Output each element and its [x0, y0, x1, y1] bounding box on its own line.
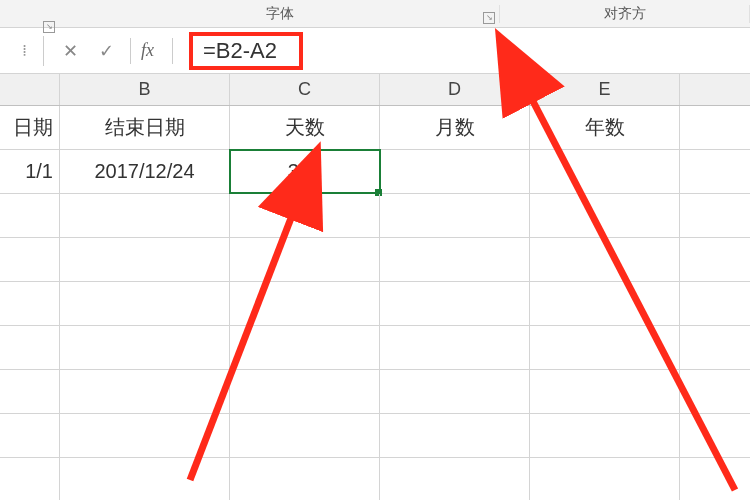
column-headers-row: B C D E — [0, 74, 750, 106]
cell[interactable] — [530, 326, 680, 369]
cell-a1[interactable]: 日期 — [0, 106, 60, 149]
cell[interactable] — [380, 326, 530, 369]
cell[interactable] — [60, 238, 230, 281]
cell[interactable] — [0, 458, 60, 500]
cell[interactable] — [0, 194, 60, 237]
column-header-d[interactable]: D — [380, 74, 530, 105]
dialog-launcher-icon[interactable]: ↘ — [43, 21, 55, 33]
cell[interactable] — [230, 414, 380, 457]
dialog-launcher-icon[interactable]: ↘ — [483, 12, 495, 24]
formula-bar: ⁞ ✕ ✓ fx =B2-A2 — [0, 28, 750, 74]
table-row — [0, 414, 750, 458]
formula-text: =B2-A2 — [189, 32, 303, 70]
cell-c2-value: 357 — [288, 160, 321, 183]
table-row — [0, 194, 750, 238]
cell[interactable] — [530, 238, 680, 281]
cell[interactable] — [530, 458, 680, 500]
cell-a2[interactable]: 1/1 — [0, 150, 60, 193]
table-row — [0, 282, 750, 326]
column-header-b[interactable]: B — [60, 74, 230, 105]
dots-icon: ⁞ — [22, 41, 25, 60]
cell-d1[interactable]: 月数 — [380, 106, 530, 149]
ribbon-align-label: 对齐方 — [604, 5, 646, 21]
table-row — [0, 370, 750, 414]
cell[interactable] — [380, 414, 530, 457]
cell[interactable] — [230, 238, 380, 281]
cell-d2[interactable] — [380, 150, 530, 193]
cell[interactable] — [380, 194, 530, 237]
ribbon-section-align: 对齐方 — [500, 5, 750, 23]
cell-e2[interactable] — [530, 150, 680, 193]
cell[interactable] — [0, 414, 60, 457]
divider — [130, 38, 131, 64]
empty-rows — [0, 194, 750, 500]
spreadsheet-grid: B C D E 日期 结束日期 天数 月数 年数 1/1 2017/12/24 … — [0, 74, 750, 500]
table-row: 1/1 2017/12/24 357 — [0, 150, 750, 194]
cell[interactable] — [380, 370, 530, 413]
cell-b2[interactable]: 2017/12/24 — [60, 150, 230, 193]
cell-c2-selected[interactable]: 357 — [230, 150, 380, 193]
cell[interactable] — [530, 194, 680, 237]
cell[interactable] — [60, 194, 230, 237]
column-header-c[interactable]: C — [230, 74, 380, 105]
cell[interactable] — [230, 194, 380, 237]
table-row — [0, 458, 750, 500]
cell[interactable] — [60, 326, 230, 369]
formula-confirm-button[interactable]: ✓ — [88, 35, 124, 67]
cell[interactable] — [380, 458, 530, 500]
cell[interactable] — [0, 370, 60, 413]
cell-c1[interactable]: 天数 — [230, 106, 380, 149]
name-box-separator: ⁞ — [4, 36, 44, 66]
cell[interactable] — [530, 282, 680, 325]
cell[interactable] — [530, 414, 680, 457]
cell[interactable] — [60, 414, 230, 457]
table-row: 日期 结束日期 天数 月数 年数 — [0, 106, 750, 150]
ribbon-section-font: 字体 ↘ — [60, 5, 500, 23]
cell[interactable] — [60, 282, 230, 325]
table-row — [0, 326, 750, 370]
cell[interactable] — [230, 282, 380, 325]
cell[interactable] — [530, 370, 680, 413]
divider — [172, 38, 173, 64]
ribbon-group-labels: ↘ 字体 ↘ 对齐方 — [0, 0, 750, 28]
cell[interactable] — [230, 370, 380, 413]
formula-cancel-button[interactable]: ✕ — [52, 35, 88, 67]
cell[interactable] — [0, 326, 60, 369]
cell[interactable] — [0, 282, 60, 325]
fx-icon[interactable]: fx — [141, 40, 154, 61]
cell[interactable] — [60, 370, 230, 413]
cell[interactable] — [0, 238, 60, 281]
table-row — [0, 238, 750, 282]
cell-e1[interactable]: 年数 — [530, 106, 680, 149]
ribbon-font-label: 字体 — [266, 5, 294, 21]
cell[interactable] — [230, 326, 380, 369]
column-header-e[interactable]: E — [530, 74, 680, 105]
cell[interactable] — [230, 458, 380, 500]
cell-b1[interactable]: 结束日期 — [60, 106, 230, 149]
cell[interactable] — [380, 282, 530, 325]
formula-input[interactable]: =B2-A2 — [179, 33, 746, 69]
cell[interactable] — [380, 238, 530, 281]
column-header-a-partial[interactable] — [0, 74, 60, 105]
cell[interactable] — [60, 458, 230, 500]
